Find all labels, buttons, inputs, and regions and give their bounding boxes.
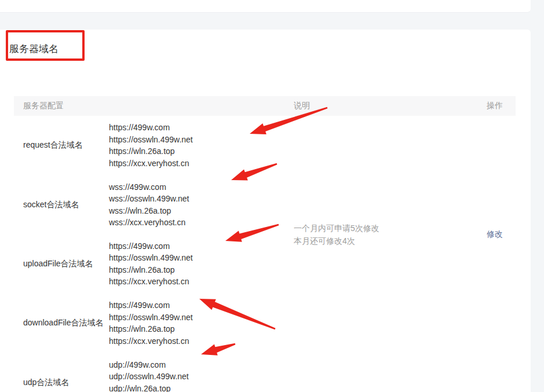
table-row-downloadfile: downloadFile合法域名 https://499w.com https:…: [14, 294, 516, 353]
domain-list: https://499w.com https://osswln.499w.net…: [109, 240, 193, 288]
domain-list: https://499w.com https://osswln.499w.net…: [109, 122, 193, 169]
top-bar: [0, 0, 531, 13]
domain-item: wss://499w.com: [109, 181, 189, 193]
table-row-uploadfile: uploadFile合法域名 https://499w.com https://…: [14, 235, 516, 294]
domain-item: udp://wln.26a.top: [109, 383, 189, 392]
domain-item: https://499w.com: [109, 240, 193, 252]
row-label: socket合法域名: [14, 200, 109, 210]
domain-item: wss://osswln.499w.net: [109, 193, 189, 205]
domain-list: udp://499w.com udp://osswln.499w.net udp…: [109, 359, 189, 392]
domain-item: wss://xcx.veryhost.cn: [109, 217, 189, 229]
domain-item: https://xcx.veryhost.cn: [109, 335, 193, 347]
domain-item: https://xcx.veryhost.cn: [109, 157, 193, 170]
domain-item: udp://499w.com: [109, 359, 189, 371]
modify-quota-description: 一个月内可申请5次修改 本月还可修改4次: [294, 116, 379, 353]
domain-item: https://xcx.veryhost.cn: [109, 276, 193, 288]
column-header-config: 服务器配置: [14, 101, 294, 111]
domain-item: https://osswln.499w.net: [109, 252, 193, 264]
domain-item: udp://osswln.499w.net: [109, 371, 189, 383]
row-label: downloadFile合法域名: [14, 318, 109, 328]
page: 服务器配置 说明 操作 request合法域名 https://499w.com…: [0, 0, 544, 392]
operation-cell: 修改: [446, 116, 516, 353]
server-domain-table: 服务器配置 说明 操作 request合法域名 https://499w.com…: [14, 96, 516, 392]
domain-item: https://499w.com: [109, 122, 193, 134]
domain-list: wss://499w.com wss://osswln.499w.net wss…: [109, 181, 189, 229]
domain-item: https://wln.26a.top: [109, 264, 193, 276]
row-label: udp合法域名: [14, 378, 109, 388]
row-label: uploadFile合法域名: [14, 259, 109, 269]
modify-link[interactable]: 修改: [487, 229, 503, 240]
server-domain-card: 服务器配置 说明 操作 request合法域名 https://499w.com…: [0, 30, 531, 392]
row-label: request合法域名: [14, 140, 109, 151]
domain-item: https://wln.26a.top: [109, 145, 193, 157]
domain-item: wss://wln.26a.top: [109, 205, 189, 217]
domain-item: https://osswln.499w.net: [109, 134, 193, 146]
domain-item: https://wln.26a.top: [109, 323, 193, 335]
table-row-socket: socket合法域名 wss://499w.com wss://osswln.4…: [14, 175, 516, 234]
column-header-operation: 操作: [446, 101, 516, 111]
table-body: request合法域名 https://499w.com https://oss…: [14, 116, 516, 392]
domain-item: https://osswln.499w.net: [109, 312, 193, 324]
domain-list: https://499w.com https://osswln.499w.net…: [109, 299, 193, 347]
table-row-request: request合法域名 https://499w.com https://oss…: [14, 116, 516, 175]
annotation-red-box: [6, 30, 85, 61]
table-row-udp: udp合法域名 udp://499w.com udp://osswln.499w…: [14, 353, 516, 392]
table-header-row: 服务器配置 说明 操作: [14, 96, 516, 116]
description-line: 一个月内可申请5次修改: [294, 222, 379, 235]
column-header-description: 说明: [294, 101, 446, 111]
domain-item: https://499w.com: [109, 299, 193, 312]
description-line: 本月还可修改4次: [294, 235, 379, 247]
